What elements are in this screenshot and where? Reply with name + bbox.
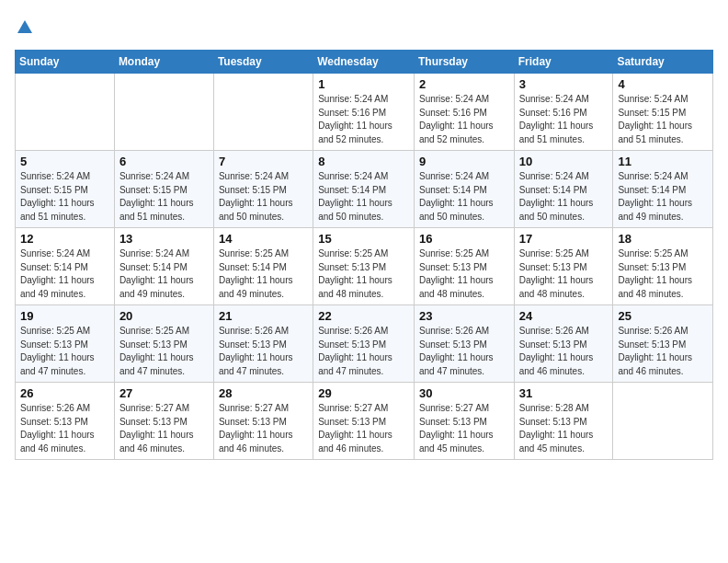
day-cell: 18Sunrise: 5:25 AM Sunset: 5:13 PM Dayli…	[613, 228, 713, 305]
day-number: 9	[419, 155, 509, 168]
header-tuesday: Tuesday	[213, 51, 313, 74]
day-cell: 25Sunrise: 5:26 AM Sunset: 5:13 PM Dayli…	[613, 305, 713, 383]
day-cell: 13Sunrise: 5:24 AM Sunset: 5:14 PM Dayli…	[114, 228, 213, 305]
day-number: 8	[318, 155, 409, 168]
day-number: 5	[20, 155, 109, 168]
day-cell: 19Sunrise: 5:25 AM Sunset: 5:13 PM Dayli…	[16, 305, 115, 383]
header-sunday: Sunday	[16, 51, 115, 74]
day-cell: 22Sunrise: 5:26 AM Sunset: 5:13 PM Dayli…	[313, 305, 415, 383]
day-cell	[613, 383, 713, 460]
day-number: 31	[519, 386, 609, 400]
day-cell: 16Sunrise: 5:25 AM Sunset: 5:13 PM Dayli…	[414, 228, 514, 305]
day-info: Sunrise: 5:24 AM Sunset: 5:14 PM Dayligh…	[519, 170, 609, 224]
day-number: 11	[618, 155, 708, 168]
day-info: Sunrise: 5:25 AM Sunset: 5:13 PM Dayligh…	[119, 325, 209, 378]
day-number: 3	[519, 77, 609, 91]
day-info: Sunrise: 5:24 AM Sunset: 5:16 PM Dayligh…	[519, 93, 609, 146]
day-cell: 4Sunrise: 5:24 AM Sunset: 5:15 PM Daylig…	[613, 74, 713, 151]
day-info: Sunrise: 5:26 AM Sunset: 5:13 PM Dayligh…	[20, 402, 109, 455]
header-friday: Friday	[514, 51, 613, 74]
day-info: Sunrise: 5:25 AM Sunset: 5:14 PM Dayligh…	[219, 247, 308, 301]
day-cell: 3Sunrise: 5:24 AM Sunset: 5:16 PM Daylig…	[514, 74, 613, 151]
day-info: Sunrise: 5:24 AM Sunset: 5:15 PM Dayligh…	[119, 170, 209, 224]
day-cell: 5Sunrise: 5:24 AM Sunset: 5:15 PM Daylig…	[16, 151, 115, 228]
header-thursday: Thursday	[414, 51, 514, 74]
day-info: Sunrise: 5:25 AM Sunset: 5:13 PM Dayligh…	[20, 325, 109, 378]
day-number: 26	[20, 386, 109, 400]
day-cell: 23Sunrise: 5:26 AM Sunset: 5:13 PM Dayli…	[414, 305, 514, 383]
week-row-1: 1Sunrise: 5:24 AM Sunset: 5:16 PM Daylig…	[16, 74, 713, 151]
day-number: 27	[119, 386, 209, 400]
header-saturday: Saturday	[613, 51, 713, 74]
day-cell: 31Sunrise: 5:28 AM Sunset: 5:13 PM Dayli…	[514, 383, 613, 460]
day-cell: 20Sunrise: 5:25 AM Sunset: 5:13 PM Dayli…	[114, 305, 213, 383]
day-number: 22	[318, 309, 409, 323]
day-info: Sunrise: 5:24 AM Sunset: 5:16 PM Dayligh…	[318, 93, 409, 146]
day-info: Sunrise: 5:24 AM Sunset: 5:16 PM Dayligh…	[419, 93, 509, 146]
day-cell: 8Sunrise: 5:24 AM Sunset: 5:14 PM Daylig…	[313, 151, 415, 228]
day-cell: 24Sunrise: 5:26 AM Sunset: 5:13 PM Dayli…	[514, 305, 613, 383]
day-cell: 27Sunrise: 5:27 AM Sunset: 5:13 PM Dayli…	[114, 383, 213, 460]
header-row: SundayMondayTuesdayWednesdayThursdayFrid…	[16, 51, 713, 74]
day-number: 18	[618, 232, 708, 246]
day-cell: 12Sunrise: 5:24 AM Sunset: 5:14 PM Dayli…	[16, 228, 115, 305]
week-row-5: 26Sunrise: 5:26 AM Sunset: 5:13 PM Dayli…	[16, 383, 713, 460]
day-number: 15	[318, 232, 409, 246]
header-wednesday: Wednesday	[313, 51, 415, 74]
logo	[15, 15, 32, 39]
day-number: 30	[419, 386, 509, 400]
day-number: 25	[618, 309, 708, 323]
calendar-table: SundayMondayTuesdayWednesdayThursdayFrid…	[15, 50, 713, 460]
day-info: Sunrise: 5:26 AM Sunset: 5:13 PM Dayligh…	[419, 325, 509, 378]
day-info: Sunrise: 5:24 AM Sunset: 5:14 PM Dayligh…	[20, 247, 109, 301]
day-cell: 26Sunrise: 5:26 AM Sunset: 5:13 PM Dayli…	[16, 383, 115, 460]
day-info: Sunrise: 5:26 AM Sunset: 5:13 PM Dayligh…	[219, 325, 308, 378]
day-cell	[16, 74, 115, 151]
day-number: 17	[519, 232, 609, 246]
day-info: Sunrise: 5:24 AM Sunset: 5:14 PM Dayligh…	[419, 170, 509, 224]
day-cell: 6Sunrise: 5:24 AM Sunset: 5:15 PM Daylig…	[114, 151, 213, 228]
day-info: Sunrise: 5:24 AM Sunset: 5:15 PM Dayligh…	[618, 93, 708, 146]
day-cell: 7Sunrise: 5:24 AM Sunset: 5:15 PM Daylig…	[213, 151, 313, 228]
day-number: 16	[419, 232, 509, 246]
day-info: Sunrise: 5:25 AM Sunset: 5:13 PM Dayligh…	[618, 247, 708, 301]
day-cell: 2Sunrise: 5:24 AM Sunset: 5:16 PM Daylig…	[414, 74, 514, 151]
day-cell: 1Sunrise: 5:24 AM Sunset: 5:16 PM Daylig…	[313, 74, 415, 151]
day-number: 7	[219, 155, 308, 168]
logo-triangle-icon	[17, 20, 32, 33]
day-number: 28	[219, 386, 308, 400]
day-number: 1	[318, 77, 409, 91]
day-number: 6	[119, 155, 209, 168]
day-info: Sunrise: 5:24 AM Sunset: 5:15 PM Dayligh…	[20, 170, 109, 224]
day-number: 2	[419, 77, 509, 91]
day-number: 21	[219, 309, 308, 323]
header-monday: Monday	[114, 51, 213, 74]
day-info: Sunrise: 5:27 AM Sunset: 5:13 PM Dayligh…	[419, 402, 509, 455]
day-info: Sunrise: 5:28 AM Sunset: 5:13 PM Dayligh…	[519, 402, 609, 455]
day-info: Sunrise: 5:27 AM Sunset: 5:13 PM Dayligh…	[219, 402, 308, 455]
week-row-4: 19Sunrise: 5:25 AM Sunset: 5:13 PM Dayli…	[16, 305, 713, 383]
day-info: Sunrise: 5:27 AM Sunset: 5:13 PM Dayligh…	[119, 402, 209, 455]
page-header	[15, 15, 713, 39]
day-cell: 28Sunrise: 5:27 AM Sunset: 5:13 PM Dayli…	[213, 383, 313, 460]
day-number: 23	[419, 309, 509, 323]
day-info: Sunrise: 5:24 AM Sunset: 5:14 PM Dayligh…	[618, 170, 708, 224]
day-cell: 15Sunrise: 5:25 AM Sunset: 5:13 PM Dayli…	[313, 228, 415, 305]
day-info: Sunrise: 5:26 AM Sunset: 5:13 PM Dayligh…	[618, 325, 708, 378]
day-number: 12	[20, 232, 109, 246]
day-cell	[114, 74, 213, 151]
day-cell	[213, 74, 313, 151]
day-cell: 30Sunrise: 5:27 AM Sunset: 5:13 PM Dayli…	[414, 383, 514, 460]
day-info: Sunrise: 5:24 AM Sunset: 5:14 PM Dayligh…	[119, 247, 209, 301]
day-number: 14	[219, 232, 308, 246]
day-info: Sunrise: 5:26 AM Sunset: 5:13 PM Dayligh…	[318, 325, 409, 378]
day-number: 13	[119, 232, 209, 246]
day-cell: 14Sunrise: 5:25 AM Sunset: 5:14 PM Dayli…	[213, 228, 313, 305]
day-info: Sunrise: 5:24 AM Sunset: 5:14 PM Dayligh…	[318, 170, 409, 224]
day-number: 4	[618, 77, 708, 91]
day-info: Sunrise: 5:26 AM Sunset: 5:13 PM Dayligh…	[519, 325, 609, 378]
day-number: 10	[519, 155, 609, 168]
day-number: 29	[318, 386, 409, 400]
day-info: Sunrise: 5:25 AM Sunset: 5:13 PM Dayligh…	[519, 247, 609, 301]
day-cell: 10Sunrise: 5:24 AM Sunset: 5:14 PM Dayli…	[514, 151, 613, 228]
